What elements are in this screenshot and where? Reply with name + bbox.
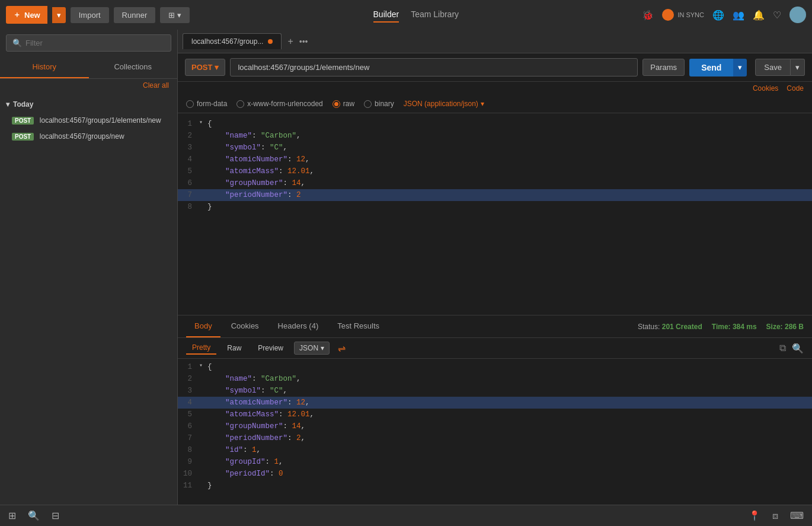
workspace-button[interactable]: ⊞ ▾ [160,7,190,23]
body-type-bar: form-data x-www-form-urlencoded raw bina… [178,95,812,113]
request-tab-0[interactable]: localhost:4567/group... [183,33,282,49]
chevron-down-icon: ▾ [6,100,9,109]
save-button[interactable]: Save [755,59,791,76]
response-icons: ⧉ 🔍 [779,343,804,354]
sync-dot [662,9,674,21]
radio-urlencoded[interactable]: x-www-form-urlencoded [236,100,322,108]
users-icon[interactable]: 👥 [733,9,744,21]
response-body-viewer: 1▾{2 "name": "Carbon",3 "symbol": "C",4 … [178,359,812,505]
new-tab-button[interactable]: + [284,36,296,47]
request-body-editor[interactable]: 1▾{2 "name": "Carbon",3 "symbol": "C",4 … [178,113,812,315]
code-line: 7 "periodNumber": 2, [178,432,812,444]
code-line: 7 "periodNumber": 2 [178,189,812,201]
code-link[interactable]: Code [787,84,804,93]
tab-dirty-indicator [268,39,273,44]
cookies-link[interactable]: Cookies [753,84,778,93]
topbar: ＋ New ▾ Import Runner ⊞ ▾ Builder Team L… [0,0,812,30]
resp-tab-cookies[interactable]: Cookies [223,315,267,337]
heart-icon[interactable]: ♡ [773,9,781,21]
sidebar: 🔍 History Collections Clear all ▾ Today … [0,30,178,505]
time-label: Time: 384 ms [712,323,757,331]
code-line: 6 "groupNumber": 14, [178,420,812,432]
status-value: 201 Created [662,323,702,331]
send-dropdown[interactable]: ▾ [733,59,747,76]
sidebar-tabs: History Collections [0,56,177,79]
radio-raw[interactable]: raw [333,100,354,108]
code-line: 1▾{ [178,118,812,130]
search-bottom-icon[interactable]: 🔍 [28,510,40,521]
url-bar: POST ▾ Params Send ▾ Save ▾ [178,53,812,82]
clear-all-button[interactable]: Clear all [0,79,177,92]
globe-icon[interactable]: 🌐 [712,9,724,21]
fmt-preview[interactable]: Preview [252,342,289,354]
code-line: 3 "symbol": "C", [178,142,812,154]
tab-team-library[interactable]: Team Library [411,7,459,23]
code-line: 5 "atomicMass": 12.01, [178,409,812,420]
tab-more-button[interactable]: ••• [299,37,308,46]
status-label: Status: 201 Created [638,323,702,331]
console-icon[interactable]: ⊟ [52,510,59,521]
history-item-1[interactable]: POST localhost:4567/groups/new [0,128,177,144]
home-icon[interactable]: ⊞ [8,510,16,521]
method-arrow: ▾ [215,63,219,72]
pin-icon[interactable]: 📍 [749,510,760,521]
fmt-raw[interactable]: Raw [221,342,247,354]
request-panel: localhost:4567/group... + ••• POST ▾ Par… [178,30,812,505]
response-tab-bar: Body Cookies Headers (4) Test Results St… [178,315,812,338]
filter-input[interactable] [25,39,165,47]
runner-button[interactable]: Runner [114,7,156,23]
code-line: 4 "atomicNumber": 12, [178,154,812,165]
code-line: 6 "groupNumber": 14, [178,177,812,189]
request-tab-bar: localhost:4567/group... + ••• [178,30,812,53]
tab-collections[interactable]: Collections [89,56,178,78]
method-select[interactable]: POST ▾ [185,59,225,76]
resp-tab-body[interactable]: Body [186,315,220,337]
url-input[interactable] [230,58,638,76]
radio-form-data[interactable]: form-data [186,100,227,108]
wrap-icon[interactable]: ⇌ [338,343,346,354]
json-fmt-select[interactable]: JSON ▾ [294,342,330,355]
search-icon[interactable]: 🔍 [792,343,804,354]
resp-tab-test-results[interactable]: Test Results [329,315,388,337]
import-button[interactable]: Import [71,7,109,23]
save-group: Save ▾ [755,59,805,76]
columns-icon[interactable]: ⧈ [772,511,778,521]
code-line: 5 "atomicMass": 12.01, [178,165,812,177]
copy-icon[interactable]: ⧉ [779,343,786,354]
tab-builder[interactable]: Builder [373,7,399,23]
fmt-pretty[interactable]: Pretty [186,342,216,355]
send-button[interactable]: Send [689,59,733,76]
radio-binary[interactable]: binary [364,100,394,108]
post-badge: POST [12,117,34,125]
new-button[interactable]: ＋ New [6,6,47,24]
history-url: localhost:4567/groups/new [40,132,124,141]
history-url: localhost:4567/groups/1/elements/new [40,116,161,125]
save-dropdown[interactable]: ▾ [791,59,805,76]
today-header[interactable]: ▾ Today [0,97,177,112]
params-button[interactable]: Params [642,59,685,76]
tab-history[interactable]: History [0,56,89,78]
size-value: 286 B [785,323,804,331]
plus-icon: ＋ [13,9,21,20]
response-meta: Status: 201 Created Time: 384 ms Size: 2… [638,323,804,331]
new-dropdown-arrow[interactable]: ▾ [52,7,66,23]
resp-tab-headers[interactable]: Headers (4) [270,315,327,337]
bell-icon[interactable]: 🔔 [753,9,765,21]
history-item-0[interactable]: POST localhost:4567/groups/1/elements/ne… [0,112,177,128]
send-group: Send ▾ [689,59,747,76]
topbar-right: 🐞 IN SYNC 🌐 👥 🔔 ♡ [642,7,806,23]
topbar-nav: Builder Team Library [194,7,637,23]
keyboard-icon[interactable]: ⌨ [790,510,804,521]
bottombar: ⊞ 🔍 ⊟ 📍 ⧈ ⌨ [0,505,812,526]
bug-icon[interactable]: 🐞 [642,9,654,21]
workspace-icon: ⊞ [168,11,175,20]
avatar[interactable] [789,7,806,23]
json-type-select[interactable]: JSON (application/json) ▾ [404,100,484,108]
main: 🔍 History Collections Clear all ▾ Today … [0,30,812,505]
search-icon: 🔍 [12,39,22,47]
code-line: 2 "name": "Carbon", [178,373,812,385]
sidebar-content: ▾ Today POST localhost:4567/groups/1/ele… [0,92,177,505]
response-format-bar: Pretty Raw Preview JSON ▾ ⇌ ⧉ 🔍 [178,338,812,359]
code-line: 3 "symbol": "C", [178,385,812,397]
link-row: Cookies Code [178,82,812,95]
